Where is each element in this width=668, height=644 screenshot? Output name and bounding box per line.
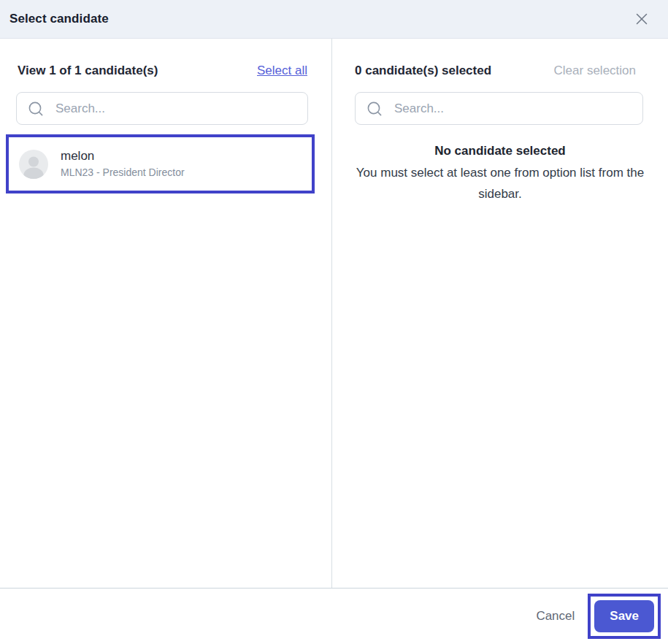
- left-search-box[interactable]: [16, 92, 308, 125]
- empty-state-message: You must select at least one from option…: [345, 162, 655, 204]
- candidate-text: melon MLN23 - President Director: [61, 148, 185, 180]
- left-search-input[interactable]: [55, 101, 297, 116]
- search-icon: [27, 100, 45, 118]
- candidate-row-highlight: melon MLN23 - President Director: [6, 134, 315, 193]
- empty-state: No candidate selected You must select at…: [332, 140, 668, 204]
- close-button[interactable]: [631, 9, 652, 29]
- modal-footer: Cancel Save: [0, 588, 668, 644]
- clear-selection-link[interactable]: Clear selection: [554, 64, 636, 78]
- avatar: [19, 150, 48, 179]
- select-all-link[interactable]: Select all: [257, 64, 307, 78]
- right-search-input[interactable]: [394, 101, 632, 116]
- cancel-button[interactable]: Cancel: [529, 603, 582, 629]
- save-button[interactable]: Save: [594, 600, 654, 632]
- modal-header: Select candidate: [0, 0, 668, 39]
- right-panel-header-row: 0 candidate(s) selected Clear selection: [355, 64, 636, 78]
- available-candidates-panel: View 1 of 1 candidate(s) Select all: [0, 39, 332, 588]
- candidates-count-label: View 1 of 1 candidate(s): [18, 64, 158, 78]
- empty-state-title: No candidate selected: [345, 140, 655, 161]
- selected-count-label: 0 candidate(s) selected: [355, 64, 491, 78]
- left-panel-header-row: View 1 of 1 candidate(s) Select all: [18, 64, 307, 78]
- select-candidate-modal: Select candidate View 1 of 1 candidate(s…: [0, 0, 668, 644]
- candidate-subtitle: MLN23 - President Director: [61, 166, 185, 180]
- candidate-name: melon: [61, 148, 185, 164]
- close-icon: [634, 12, 649, 26]
- search-icon: [366, 100, 383, 118]
- candidate-row[interactable]: melon MLN23 - President Director: [9, 137, 312, 191]
- save-button-highlight: Save: [588, 594, 661, 639]
- right-search-box[interactable]: [355, 92, 643, 125]
- modal-title: Select candidate: [9, 12, 109, 26]
- modal-body: View 1 of 1 candidate(s) Select all: [0, 39, 668, 588]
- selected-candidates-panel: 0 candidate(s) selected Clear selection …: [332, 39, 668, 588]
